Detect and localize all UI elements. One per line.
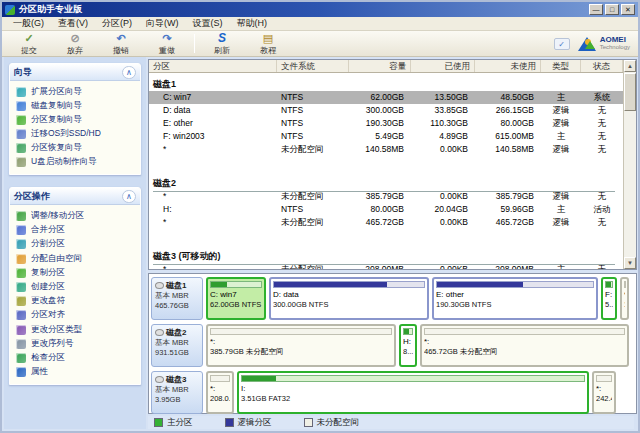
- sidebar-item-1-6[interactable]: U盘启动制作向导: [16, 155, 138, 169]
- legend-item-logical: 逻辑分区: [225, 417, 272, 429]
- tutorial-button[interactable]: ▤教程: [245, 31, 291, 56]
- menu-item-5[interactable]: 设置(S): [186, 17, 230, 30]
- sidebar-item-2-10[interactable]: 更改序列号: [16, 337, 138, 351]
- commit-button[interactable]: ✓提交: [6, 31, 52, 56]
- sidebar-item-2-8[interactable]: 分区对齐: [16, 308, 138, 322]
- check-partition-icon: [16, 353, 26, 363]
- table-row[interactable]: D: dataNTFS300.00GB33.85GB266.15GB逻辑无: [149, 104, 623, 117]
- partition-copy-wizard-icon: [16, 115, 26, 125]
- column-header-5[interactable]: 未使用: [475, 60, 541, 72]
- redo-button[interactable]: ↷重做: [144, 31, 190, 56]
- menu-item-1[interactable]: 一般(G): [6, 17, 51, 30]
- sidebar-item-1-5[interactable]: 分区恢复向导: [16, 141, 138, 155]
- sidebar-item-2-7[interactable]: 更改盘符: [16, 294, 138, 308]
- table-cell: 110.30GB: [411, 117, 475, 130]
- sidebar-item-1-4[interactable]: 迁移OS到SSD/HD: [16, 127, 138, 141]
- toolbar-button-label: 重做: [159, 45, 175, 56]
- used-space-fill: [404, 329, 409, 334]
- partition-block[interactable]: C: win762.00GB NTFS: [206, 277, 266, 320]
- sidebar-item-2-2[interactable]: 合并分区: [16, 223, 138, 237]
- table-cell: 20.04GB: [411, 203, 475, 216]
- scroll-down-button[interactable]: ▼: [624, 257, 636, 269]
- undo-button[interactable]: ↶撤销: [98, 31, 144, 56]
- sidebar-item-2-1[interactable]: 调整/移动分区: [16, 209, 138, 223]
- refresh-button[interactable]: S刷新: [199, 31, 245, 56]
- partition-block[interactable]: E: other190.30GB NTFS: [432, 277, 598, 320]
- panel-collapse-button[interactable]: ∧: [122, 66, 136, 79]
- table-row[interactable]: *未分配空间465.72GB0.00KB465.72GB逻辑无: [149, 216, 623, 229]
- title-bar: 分区助手专业版 — □ ✕: [2, 2, 638, 17]
- table-row[interactable]: C: win7NTFS62.00GB13.50GB48.50GB主系统: [149, 91, 623, 104]
- sidebar-item-2-9[interactable]: 更改分区类型: [16, 323, 138, 337]
- close-button[interactable]: ✕: [621, 4, 635, 15]
- column-header-6[interactable]: 类型: [541, 60, 581, 72]
- menu-item-3[interactable]: 分区(P): [95, 17, 139, 30]
- used-space-strip: [436, 281, 594, 288]
- partition-block[interactable]: *:385.79GB 未分配空间: [206, 324, 396, 367]
- panel-collapse-button[interactable]: ∧: [122, 190, 136, 203]
- used-space-strip: [241, 375, 585, 382]
- sidebar-panel-1: 向导∧扩展分区向导磁盘复制向导分区复制向导迁移OS到SSD/HD分区恢复向导U盘…: [9, 63, 141, 175]
- table-row[interactable]: H:NTFS80.00GB20.04GB59.96GB主活动: [149, 203, 623, 216]
- partition-block[interactable]: I:3.51GB FAT32: [237, 371, 589, 414]
- scroll-thumb[interactable]: [624, 73, 636, 111]
- scroll-up-button[interactable]: ▲: [624, 60, 636, 72]
- menu-item-2[interactable]: 查看(V): [51, 17, 95, 30]
- disk-bus-type: 基本 MBR: [155, 338, 199, 348]
- partition-block[interactable]: F:5...: [601, 277, 617, 320]
- column-header-2[interactable]: 文件系统: [277, 60, 349, 72]
- disk-bus-type: 基本 MBR: [155, 291, 199, 301]
- disk-copy-wizard-icon: [16, 101, 26, 111]
- sidebar-item-1-1[interactable]: 扩展分区向导: [16, 85, 138, 99]
- panel-title: 向导: [14, 66, 122, 79]
- table-row[interactable]: F: win2003NTFS5.49GB4.89GB615.00MB主无: [149, 130, 623, 143]
- sidebar-item-2-11[interactable]: 检查分区: [16, 351, 138, 365]
- sidebar-item-2-6[interactable]: 创建分区: [16, 280, 138, 294]
- table-row[interactable]: *未分配空间385.79GB0.00KB385.79GB逻辑无: [149, 190, 623, 203]
- partition-block[interactable]: *:242.46...: [592, 371, 616, 414]
- partition-block[interactable]: H:8...: [399, 324, 417, 367]
- table-row[interactable]: E: otherNTFS190.30GB110.30GB80.00GB逻辑无: [149, 117, 623, 130]
- column-header-4[interactable]: 已使用: [411, 60, 475, 72]
- minimize-button[interactable]: —: [589, 4, 603, 15]
- discard-button[interactable]: ⊘放弃: [52, 31, 98, 56]
- partition-block[interactable]: *:208.0...: [206, 371, 234, 414]
- legend-label: 未分配空间: [317, 417, 360, 429]
- sidebar-item-1-3[interactable]: 分区复制向导: [16, 113, 138, 127]
- refresh-icon: S: [218, 32, 226, 44]
- table-row[interactable]: *未分配空间208.00MB0.00KB208.00MB主无: [149, 263, 623, 269]
- sidebar-item-2-4[interactable]: 分配自由空间: [16, 252, 138, 266]
- used-space-fill: [242, 376, 276, 381]
- table-cell: 逻辑: [541, 117, 581, 130]
- disk-icon: [155, 282, 164, 289]
- sidebar: 向导∧扩展分区向导磁盘复制向导分区复制向导迁移OS到SSD/HD分区恢复向导U盘…: [4, 57, 146, 429]
- partition-block[interactable]: *:465.72GB 未分配空间: [420, 324, 629, 367]
- disk-label-box[interactable]: 磁盘1基本 MBR465.76GB: [151, 277, 203, 320]
- table-cell: 33.85GB: [411, 104, 475, 117]
- undo-icon: ↶: [116, 32, 125, 44]
- table-row[interactable]: *未分配空间140.58MB0.00KB140.58MB逻辑无: [149, 143, 623, 156]
- legend-swatch-unallocated: [304, 418, 313, 427]
- partition-block-size: 3.51GB FAT32: [241, 394, 585, 404]
- maximize-button[interactable]: □: [605, 4, 619, 15]
- sidebar-item-2-12[interactable]: 属性: [16, 365, 138, 379]
- partition-block-label: I:: [241, 384, 585, 394]
- sidebar-item-1-2[interactable]: 磁盘复制向导: [16, 99, 138, 113]
- menu-item-4[interactable]: 向导(W): [139, 17, 186, 30]
- column-header-1[interactable]: 分区: [149, 60, 277, 72]
- partition-block[interactable]: D: data300.00GB NTFS: [269, 277, 429, 320]
- disk-label-box[interactable]: 磁盘3基本 MBR3.95GB: [151, 371, 203, 414]
- partition-block[interactable]: *:1...: [620, 277, 629, 320]
- disk-label-box[interactable]: 磁盘2基本 MBR931.51GB: [151, 324, 203, 367]
- sidebar-item-2-5[interactable]: 复制分区: [16, 266, 138, 280]
- disk-icon: [155, 329, 164, 336]
- table-cell: D: data: [149, 104, 277, 117]
- column-header-7[interactable]: 状态: [581, 60, 623, 72]
- table-scrollbar[interactable]: ▲ ▼: [623, 60, 636, 269]
- disk-size: 3.95GB: [155, 395, 199, 405]
- menu-item-6[interactable]: 帮助(H): [230, 17, 275, 30]
- legend-item-primary: 主分区: [154, 417, 193, 429]
- check-badge-icon[interactable]: ✓: [554, 38, 570, 50]
- sidebar-item-2-3[interactable]: 分割分区: [16, 237, 138, 251]
- column-header-3[interactable]: 容量: [349, 60, 411, 72]
